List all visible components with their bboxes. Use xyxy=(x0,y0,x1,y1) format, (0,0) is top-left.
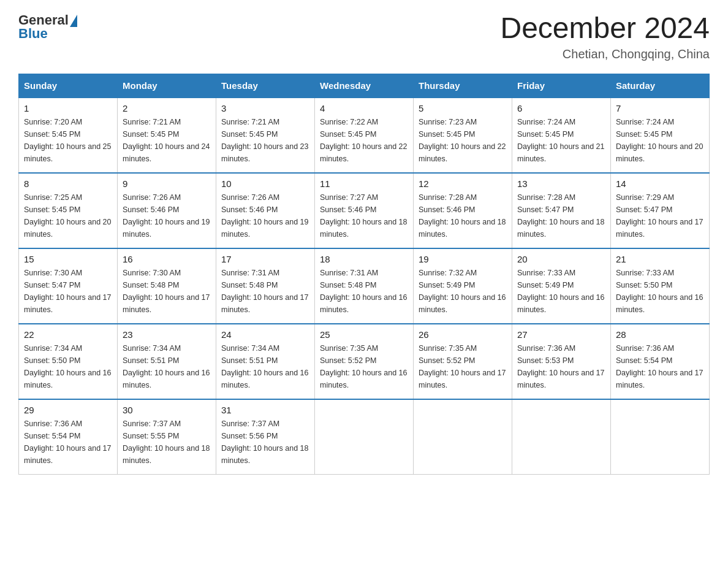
day-number: 4 xyxy=(320,103,408,113)
calendar-cell: 20Sunrise: 7:33 AMSunset: 5:49 PMDayligh… xyxy=(512,248,611,324)
calendar-cell: 10Sunrise: 7:26 AMSunset: 5:46 PMDayligh… xyxy=(216,173,315,248)
calendar-cell: 6Sunrise: 7:24 AMSunset: 5:45 PMDaylight… xyxy=(512,98,611,173)
day-number: 31 xyxy=(221,405,309,415)
calendar-cell: 26Sunrise: 7:35 AMSunset: 5:52 PMDayligh… xyxy=(414,324,512,399)
calendar-cell: 4Sunrise: 7:22 AMSunset: 5:45 PMDaylight… xyxy=(315,98,414,173)
day-info: Sunrise: 7:36 AMSunset: 5:54 PMDaylight:… xyxy=(616,342,704,391)
header-day-saturday: Saturday xyxy=(611,74,710,98)
day-info: Sunrise: 7:36 AMSunset: 5:53 PMDaylight:… xyxy=(517,342,605,391)
day-number: 15 xyxy=(24,254,112,264)
header-day-thursday: Thursday xyxy=(414,74,512,98)
day-info: Sunrise: 7:21 AMSunset: 5:45 PMDaylight:… xyxy=(221,116,309,165)
header-day-friday: Friday xyxy=(512,74,611,98)
day-info: Sunrise: 7:31 AMSunset: 5:48 PMDaylight:… xyxy=(320,267,408,316)
day-number: 8 xyxy=(24,178,112,189)
day-number: 28 xyxy=(616,329,704,340)
day-number: 11 xyxy=(320,178,408,189)
month-year-title: December 2024 xyxy=(500,12,710,45)
header-row: SundayMondayTuesdayWednesdayThursdayFrid… xyxy=(19,74,710,98)
location-subtitle: Chetian, Chongqing, China xyxy=(500,47,710,61)
day-info: Sunrise: 7:36 AMSunset: 5:54 PMDaylight:… xyxy=(24,418,112,467)
day-info: Sunrise: 7:26 AMSunset: 5:46 PMDaylight:… xyxy=(221,191,309,240)
title-block: December 2024 Chetian, Chongqing, China xyxy=(500,12,710,61)
day-info: Sunrise: 7:37 AMSunset: 5:55 PMDaylight:… xyxy=(123,418,211,467)
header-day-monday: Monday xyxy=(118,74,216,98)
day-info: Sunrise: 7:34 AMSunset: 5:51 PMDaylight:… xyxy=(221,342,309,391)
day-number: 19 xyxy=(419,254,507,264)
page-header: General Blue December 2024 Chetian, Chon… xyxy=(18,12,710,61)
calendar-week-row: 29Sunrise: 7:36 AMSunset: 5:54 PMDayligh… xyxy=(19,399,710,475)
calendar-cell: 8Sunrise: 7:25 AMSunset: 5:45 PMDaylight… xyxy=(19,173,118,248)
day-number: 25 xyxy=(320,329,408,340)
day-info: Sunrise: 7:29 AMSunset: 5:47 PMDaylight:… xyxy=(616,191,704,240)
day-number: 3 xyxy=(221,103,309,113)
day-info: Sunrise: 7:24 AMSunset: 5:45 PMDaylight:… xyxy=(517,116,605,165)
day-info: Sunrise: 7:34 AMSunset: 5:51 PMDaylight:… xyxy=(123,342,211,391)
calendar-cell: 3Sunrise: 7:21 AMSunset: 5:45 PMDaylight… xyxy=(216,98,315,173)
calendar-cell: 16Sunrise: 7:30 AMSunset: 5:48 PMDayligh… xyxy=(118,248,216,324)
day-number: 7 xyxy=(616,103,704,113)
calendar-cell: 14Sunrise: 7:29 AMSunset: 5:47 PMDayligh… xyxy=(611,173,710,248)
day-info: Sunrise: 7:24 AMSunset: 5:45 PMDaylight:… xyxy=(616,116,704,165)
calendar-week-row: 22Sunrise: 7:34 AMSunset: 5:50 PMDayligh… xyxy=(19,324,710,399)
calendar-cell: 15Sunrise: 7:30 AMSunset: 5:47 PMDayligh… xyxy=(19,248,118,324)
day-number: 23 xyxy=(123,329,211,340)
day-info: Sunrise: 7:37 AMSunset: 5:56 PMDaylight:… xyxy=(221,418,309,467)
logo: General Blue xyxy=(18,12,77,42)
calendar-cell: 7Sunrise: 7:24 AMSunset: 5:45 PMDaylight… xyxy=(611,98,710,173)
calendar-cell: 19Sunrise: 7:32 AMSunset: 5:49 PMDayligh… xyxy=(414,248,512,324)
calendar-cell: 18Sunrise: 7:31 AMSunset: 5:48 PMDayligh… xyxy=(315,248,414,324)
calendar-body: 1Sunrise: 7:20 AMSunset: 5:45 PMDaylight… xyxy=(19,98,710,475)
calendar-cell: 25Sunrise: 7:35 AMSunset: 5:52 PMDayligh… xyxy=(315,324,414,399)
header-day-tuesday: Tuesday xyxy=(216,74,315,98)
day-info: Sunrise: 7:30 AMSunset: 5:48 PMDaylight:… xyxy=(123,267,211,316)
day-info: Sunrise: 7:31 AMSunset: 5:48 PMDaylight:… xyxy=(221,267,309,316)
day-number: 18 xyxy=(320,254,408,264)
calendar-cell: 17Sunrise: 7:31 AMSunset: 5:48 PMDayligh… xyxy=(216,248,315,324)
calendar-cell: 2Sunrise: 7:21 AMSunset: 5:45 PMDaylight… xyxy=(118,98,216,173)
calendar-table: SundayMondayTuesdayWednesdayThursdayFrid… xyxy=(18,74,710,475)
calendar-cell: 28Sunrise: 7:36 AMSunset: 5:54 PMDayligh… xyxy=(611,324,710,399)
day-info: Sunrise: 7:28 AMSunset: 5:46 PMDaylight:… xyxy=(419,191,507,240)
calendar-cell: 23Sunrise: 7:34 AMSunset: 5:51 PMDayligh… xyxy=(118,324,216,399)
day-number: 12 xyxy=(419,178,507,189)
day-info: Sunrise: 7:34 AMSunset: 5:50 PMDaylight:… xyxy=(24,342,112,391)
day-number: 30 xyxy=(123,405,211,415)
day-info: Sunrise: 7:30 AMSunset: 5:47 PMDaylight:… xyxy=(24,267,112,316)
day-info: Sunrise: 7:25 AMSunset: 5:45 PMDaylight:… xyxy=(24,191,112,240)
day-number: 16 xyxy=(123,254,211,264)
day-number: 21 xyxy=(616,254,704,264)
day-number: 22 xyxy=(24,329,112,340)
calendar-header: SundayMondayTuesdayWednesdayThursdayFrid… xyxy=(19,74,710,98)
calendar-cell: 24Sunrise: 7:34 AMSunset: 5:51 PMDayligh… xyxy=(216,324,315,399)
calendar-cell: 13Sunrise: 7:28 AMSunset: 5:47 PMDayligh… xyxy=(512,173,611,248)
day-number: 29 xyxy=(24,405,112,415)
calendar-cell: 5Sunrise: 7:23 AMSunset: 5:45 PMDaylight… xyxy=(414,98,512,173)
calendar-cell xyxy=(315,399,414,475)
day-number: 1 xyxy=(24,103,112,113)
day-number: 27 xyxy=(517,329,605,340)
day-number: 13 xyxy=(517,178,605,189)
calendar-cell: 9Sunrise: 7:26 AMSunset: 5:46 PMDaylight… xyxy=(118,173,216,248)
calendar-cell: 12Sunrise: 7:28 AMSunset: 5:46 PMDayligh… xyxy=(414,173,512,248)
day-info: Sunrise: 7:23 AMSunset: 5:45 PMDaylight:… xyxy=(419,116,507,165)
day-info: Sunrise: 7:21 AMSunset: 5:45 PMDaylight:… xyxy=(123,116,211,165)
day-number: 2 xyxy=(123,103,211,113)
calendar-cell: 27Sunrise: 7:36 AMSunset: 5:53 PMDayligh… xyxy=(512,324,611,399)
calendar-cell xyxy=(414,399,512,475)
calendar-week-row: 15Sunrise: 7:30 AMSunset: 5:47 PMDayligh… xyxy=(19,248,710,324)
calendar-cell xyxy=(611,399,710,475)
header-day-wednesday: Wednesday xyxy=(315,74,414,98)
calendar-week-row: 8Sunrise: 7:25 AMSunset: 5:45 PMDaylight… xyxy=(19,173,710,248)
calendar-cell: 1Sunrise: 7:20 AMSunset: 5:45 PMDaylight… xyxy=(19,98,118,173)
day-info: Sunrise: 7:33 AMSunset: 5:49 PMDaylight:… xyxy=(517,267,605,316)
day-info: Sunrise: 7:35 AMSunset: 5:52 PMDaylight:… xyxy=(419,342,507,391)
calendar-week-row: 1Sunrise: 7:20 AMSunset: 5:45 PMDaylight… xyxy=(19,98,710,173)
calendar-cell xyxy=(512,399,611,475)
calendar-cell: 30Sunrise: 7:37 AMSunset: 5:55 PMDayligh… xyxy=(118,399,216,475)
calendar-cell: 22Sunrise: 7:34 AMSunset: 5:50 PMDayligh… xyxy=(19,324,118,399)
calendar-cell: 11Sunrise: 7:27 AMSunset: 5:46 PMDayligh… xyxy=(315,173,414,248)
day-info: Sunrise: 7:32 AMSunset: 5:49 PMDaylight:… xyxy=(419,267,507,316)
calendar-cell: 29Sunrise: 7:36 AMSunset: 5:54 PMDayligh… xyxy=(19,399,118,475)
day-number: 10 xyxy=(221,178,309,189)
